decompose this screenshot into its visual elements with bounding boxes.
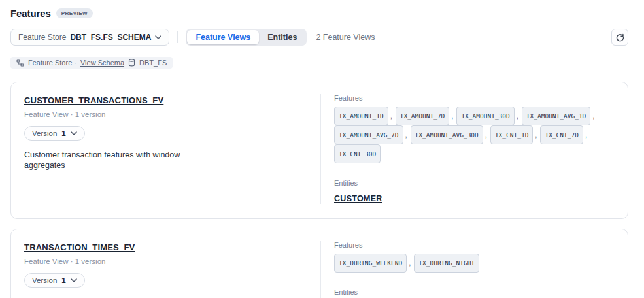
view-schema-link[interactable]: View Schema	[80, 59, 124, 67]
breadcrumb-prefix: Feature Store ·	[28, 59, 76, 67]
chip-separator: ,	[585, 131, 587, 139]
card-summary: CUSTOMER_TRANSACTIONS_FV Feature View · …	[11, 94, 320, 204]
toolbar: Feature Store DBT_FS.FS_SCHEMA Feature V…	[10, 29, 628, 46]
features-label: Features	[334, 241, 615, 249]
entities-label: Entities	[334, 288, 615, 296]
feature-chip-list: TX_AMOUNT_1D,TX_AMOUNT_7D,TX_AMOUNT_30D,…	[334, 107, 615, 163]
feature-view-title-link[interactable]: CUSTOMER_TRANSACTIONS_FV	[24, 95, 163, 105]
chip-separator: ,	[451, 112, 453, 120]
chip-separator: ,	[535, 131, 537, 139]
feature-view-card: CUSTOMER_TRANSACTIONS_FV Feature View · …	[10, 82, 628, 219]
chip-separator: ,	[405, 131, 407, 139]
feature-chip: TX_DURING_NIGHT	[414, 254, 479, 273]
refresh-button[interactable]	[611, 29, 628, 46]
feature-chip: TX_AMOUNT_AVG_1D	[522, 107, 591, 125]
feature-store-value: DBT_FS.FS_SCHEMA	[70, 33, 151, 42]
features-page: Features PREVIEW Feature Store DBT_FS.FS…	[0, 0, 644, 298]
version-dropdown[interactable]: Version 1	[24, 126, 85, 141]
card-details: Features TX_DURING_WEEKEND,TX_DURING_NIG…	[321, 241, 628, 298]
page-title: Features	[10, 8, 51, 19]
feature-chip: TX_AMOUNT_30D	[456, 107, 514, 125]
refresh-icon	[616, 33, 624, 42]
features-label: Features	[334, 94, 615, 102]
toolbar-divider	[177, 31, 178, 43]
version-value: 1	[61, 276, 65, 284]
tab-entities[interactable]: Entities	[259, 30, 305, 44]
tab-feature-views[interactable]: Feature Views	[187, 30, 259, 44]
chevron-down-icon	[155, 35, 161, 39]
feature-chip: TX_AMOUNT_7D	[396, 107, 450, 125]
feature-chip: TX_CNT_7D	[540, 125, 583, 144]
version-label: Version	[32, 276, 57, 284]
database-icon	[128, 59, 135, 67]
chip-separator: ,	[592, 112, 594, 120]
entity-link-list: CUSTOMER	[334, 192, 615, 204]
feature-chip: TX_CNT_1D	[490, 125, 533, 144]
feature-views-count: 2 Feature Views	[316, 33, 375, 42]
version-label: Version	[32, 129, 57, 137]
chip-separator: ,	[517, 112, 518, 120]
breadcrumb-database: DBT_FS	[139, 59, 167, 67]
version-dropdown[interactable]: Version 1	[24, 273, 85, 288]
chip-separator: ,	[390, 112, 392, 120]
feature-chip: TX_CNT_30D	[334, 144, 381, 163]
entity-link[interactable]: CUSTOMER	[334, 194, 382, 203]
feature-chip-list: TX_DURING_WEEKEND,TX_DURING_NIGHT	[334, 254, 615, 273]
feature-chip: TX_AMOUNT_1D	[334, 107, 388, 125]
feature-store-dropdown[interactable]: Feature Store DBT_FS.FS_SCHEMA	[10, 29, 169, 46]
version-value: 1	[61, 129, 65, 137]
feature-view-subtitle: Feature View · 1 version	[24, 257, 307, 265]
feature-store-label: Feature Store	[18, 33, 66, 42]
entities-section: Entities TRANSACTION	[334, 288, 615, 298]
card-summary: TRANSACTION_TIMES_FV Feature View · 1 ve…	[11, 241, 320, 298]
chip-separator: ,	[485, 131, 487, 139]
feature-view-subtitle: Feature View · 1 version	[24, 110, 307, 118]
feature-chip: TX_DURING_WEEKEND	[334, 254, 407, 273]
card-details: Features TX_AMOUNT_1D,TX_AMOUNT_7D,TX_AM…	[321, 94, 628, 204]
entities-section: Entities CUSTOMER	[334, 179, 615, 204]
feature-chip: TX_AMOUNT_AVG_7D	[334, 125, 403, 144]
feature-view-description: Customer transaction features with windo…	[24, 150, 222, 172]
breadcrumb: Feature Store · View Schema DBT_FS	[10, 57, 173, 69]
feature-view-title-link[interactable]: TRANSACTION_TIMES_FV	[24, 242, 135, 252]
schema-icon	[16, 59, 24, 67]
preview-badge: PREVIEW	[56, 8, 93, 18]
chevron-down-icon	[71, 278, 77, 282]
view-switcher: Feature Views Entities	[186, 29, 307, 46]
chevron-down-icon	[71, 131, 77, 135]
feature-view-card: TRANSACTION_TIMES_FV Feature View · 1 ve…	[10, 229, 628, 298]
feature-chip: TX_AMOUNT_AVG_30D	[411, 125, 483, 144]
chip-separator: ,	[409, 259, 411, 267]
feature-view-list: CUSTOMER_TRANSACTIONS_FV Feature View · …	[10, 82, 628, 298]
page-header: Features PREVIEW	[10, 8, 628, 19]
entities-label: Entities	[334, 179, 615, 187]
